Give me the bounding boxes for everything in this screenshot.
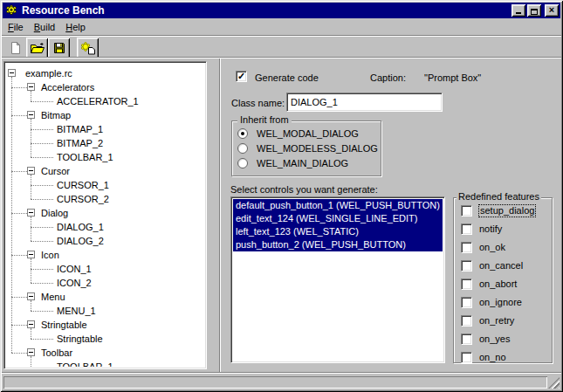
tree-item-bitmap-2[interactable]: BITMAP_2 [6,136,204,150]
menu-separator [2,35,561,37]
radio-label[interactable]: WEL_MODAL_DIALOG [257,128,359,140]
tree-expander-icon[interactable] [27,251,35,258]
feature-label[interactable]: on_abort [479,279,517,290]
tree-item-icon-1[interactable]: ICON_1 [6,262,204,276]
feature-label[interactable]: on_ignore [479,297,522,308]
tree-item-accelerator-1[interactable]: ACCELERATOR_1 [6,94,204,108]
tree-item-label: ACCELERATOR_1 [57,94,139,108]
tree-item-dialog-1[interactable]: DIALOG_1 [6,220,204,234]
maximize-button[interactable] [527,4,541,17]
tree-item-stringtable-child[interactable]: Stringtable [6,332,204,346]
tree-item-cursor-1[interactable]: CURSOR_1 [6,178,204,192]
checkbox-on-no[interactable] [461,352,472,363]
tree-expander-icon[interactable] [27,209,35,217]
radio-label[interactable]: WEL_MODELESS_DIALOG [257,143,378,155]
feature-label[interactable]: on_no [479,352,506,363]
generate-code-checkbox[interactable]: ✓ [236,71,247,82]
tree-line [31,129,53,130]
feature-label[interactable]: on_cancel [479,260,523,272]
tree-expander-icon[interactable] [27,167,35,175]
checkbox-on-ignore[interactable] [461,297,472,308]
tree-item-bitmap-1[interactable]: BITMAP_1 [6,122,204,136]
tree-expander-icon[interactable] [27,348,35,356]
tree-item-label: Bitmap [41,108,71,122]
resize-grip[interactable] [548,377,560,389]
listbox-item[interactable]: left_text_123 (WEL_STATIC) [233,225,443,238]
checkbox-setup-dialog[interactable] [461,205,472,217]
tree-line [31,283,53,284]
new-file-button[interactable] [4,38,26,58]
tree-item-icon-2[interactable]: ICON_2 [6,276,204,290]
class-name-label: Class name: [231,98,285,108]
panel-divider [219,58,221,372]
menu-file[interactable]: File [3,20,29,34]
tree-item-cursor[interactable]: Cursor [6,164,204,178]
tree-expander-icon[interactable] [27,320,35,328]
class-name-input[interactable] [286,93,443,112]
tree-item-label: BITMAP_2 [57,136,103,150]
tree-line [31,311,53,312]
tree-item-label: DIALOG_1 [57,220,104,234]
tree-item-accelerators[interactable]: Accelerators [6,80,204,94]
feature-label[interactable]: on_yes [479,334,510,345]
tree-expander-icon[interactable] [27,83,35,91]
radio-wel-modeless-dialog[interactable] [237,143,248,154]
generate-code-label: Generate code [255,72,319,83]
tree-item-label: Accelerators [41,80,94,94]
tree-item-toolbar-1-bitmap[interactable]: TOOLBAR_1 [6,150,204,164]
minimize-button[interactable] [512,4,525,17]
checkbox-on-ok[interactable] [461,242,472,253]
tree-line [11,213,27,214]
save-button[interactable] [48,38,70,58]
tree-item-example-rc[interactable]: example.rc [6,66,204,80]
tree-item-label: CURSOR_1 [57,178,109,192]
tree-line [31,241,53,242]
tree-item-cursor-2[interactable]: CURSOR_2 [6,192,204,206]
tree-item-dialog-2[interactable]: DIALOG_2 [6,234,204,248]
tree-item-menu[interactable]: Menu [6,290,204,304]
radio-label[interactable]: WEL_MAIN_DIALOG [257,158,348,169]
checkbox-notify[interactable] [461,224,472,235]
feature-label[interactable]: on_retry [479,315,514,327]
radio-wel-main-dialog[interactable] [237,158,248,168]
generate-code-button[interactable] [77,38,99,58]
tree-item-icon[interactable]: Icon [6,248,204,262]
titlebar[interactable]: Resource Bench × [3,3,560,18]
tree-item-toolbar[interactable]: Toolbar [6,346,204,360]
open-file-button[interactable] [26,38,48,58]
tree-expander-icon[interactable] [27,292,35,300]
resource-tree[interactable]: example.rc Accelerators ACCELERATOR_1 Bi… [3,61,207,369]
tree-item-stringtable[interactable]: Stringtable [6,318,204,332]
listbox-item[interactable]: default_push_button_1 (WEL_PUSH_BUTTON) [233,199,443,212]
feature-label[interactable]: setup_dialog [479,205,535,217]
window-title: Resource Bench [22,4,510,17]
feature-label[interactable]: notify [479,224,502,235]
checkbox-on-abort[interactable] [461,279,472,290]
checkbox-on-yes[interactable] [461,334,472,345]
feature-label[interactable]: on_ok [479,242,505,253]
tree-item-menu-1[interactable]: MENU_1 [6,304,204,318]
controls-listbox[interactable]: default_push_button_1 (WEL_PUSH_BUTTON) … [230,196,445,363]
checkbox-on-cancel[interactable] [461,260,472,272]
tree-item-label: CURSOR_2 [57,192,109,206]
radio-dot-icon [241,132,244,135]
tree-line [31,143,53,144]
tree-expander-icon[interactable] [27,111,35,119]
tree-item-label: Icon [41,248,59,262]
tree-expander-icon[interactable] [8,69,16,77]
listbox-item[interactable]: edit_text_124 (WEL_SINGLE_LINE_EDIT) [233,212,443,225]
tree-item-label: Toolbar [41,346,72,360]
checkbox-on-retry[interactable] [461,315,472,327]
status-bar [3,375,560,389]
menu-help[interactable]: Help [60,20,91,34]
tree-item-toolbar-1[interactable]: TOOLBAR_1 [6,360,204,367]
radio-wel-modal-dialog[interactable] [237,128,248,139]
tree-line [31,199,53,200]
app-window: Resource Bench × File Build Help [0,0,563,392]
listbox-item[interactable]: push_button_2 (WEL_PUSH_BUTTON) [233,238,443,251]
tree-item-dialog[interactable]: Dialog [6,206,204,220]
new-document-icon [9,41,23,55]
close-button[interactable]: × [545,4,559,17]
tree-item-bitmap[interactable]: Bitmap [6,108,204,122]
menu-build[interactable]: Build [29,20,60,34]
